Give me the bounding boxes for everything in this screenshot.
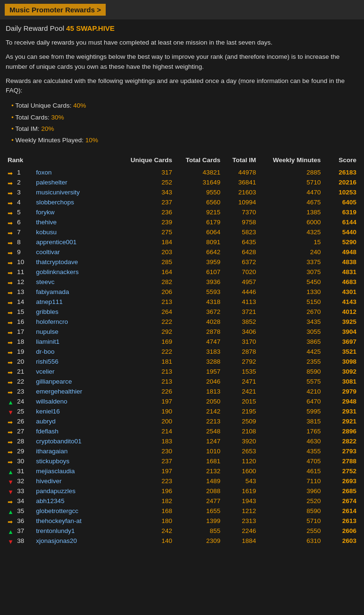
rank-cell: ➡ 23	[6, 386, 34, 396]
player-name[interactable]: aubryd	[34, 416, 117, 426]
weekly-minutes-value: 6000	[258, 217, 323, 227]
player-name[interactable]: thehockeyfan-at	[34, 516, 117, 526]
rank-cell: ▼ 32	[6, 476, 34, 486]
weekly-minutes-value: 6310	[258, 536, 323, 546]
player-name[interactable]: forykw	[34, 207, 117, 217]
header-total-im: Total IM	[222, 155, 258, 167]
player-name[interactable]: dr-boo	[34, 347, 117, 357]
table-row: ▲ 31 mejiasclaudia 197 2132 1600 4615 27…	[6, 466, 358, 476]
rank-number: 9	[17, 248, 21, 256]
total-cards-value: 2088	[174, 486, 222, 496]
player-name[interactable]: globetrottergcc	[34, 506, 117, 516]
player-name[interactable]: vcelier	[34, 367, 117, 376]
player-name[interactable]: holoferncro	[34, 317, 117, 327]
player-name[interactable]: rishi556	[34, 357, 117, 367]
player-name[interactable]: paleshelter	[34, 177, 117, 187]
player-name[interactable]: willsaldeno	[34, 396, 117, 406]
rank-number: 6	[17, 219, 21, 226]
player-name[interactable]: hivediver	[34, 476, 117, 486]
player-name[interactable]: abh12345	[34, 496, 117, 506]
player-name[interactable]: thehive	[34, 217, 117, 227]
player-name[interactable]: stickupboys	[34, 456, 117, 466]
rank-number: 19	[17, 348, 24, 355]
player-name[interactable]: kobusu	[34, 227, 117, 237]
player-name[interactable]: gillianpearce	[34, 376, 117, 386]
player-name[interactable]: cooltivar	[34, 247, 117, 257]
player-name[interactable]: liaminit1	[34, 337, 117, 347]
player-name[interactable]: fdeflash	[34, 426, 117, 436]
weekly-minutes-value: 3815	[258, 416, 323, 426]
score-value: 6405	[323, 197, 358, 207]
rank-arrow-icon: ➡	[8, 180, 15, 185]
player-name[interactable]: xjonasjonas20	[34, 536, 117, 546]
weekly-minutes-value: 5575	[258, 376, 323, 386]
total-im-value: 2878	[222, 347, 258, 357]
player-name[interactable]: trentonlundy1	[34, 526, 117, 536]
total-im-value: 3406	[222, 327, 258, 337]
player-name[interactable]: gribbles	[34, 307, 117, 317]
total-cards-value: 5593	[174, 287, 222, 297]
rank-number: 29	[17, 448, 24, 455]
total-cards-value: 4747	[174, 337, 222, 347]
rank-arrow-icon: ➡	[8, 339, 15, 345]
table-row: ➡ 2 paleshelter 252 31649 36841 5710 202…	[6, 177, 358, 187]
table-row: ▼ 25 keniel16 190 2142 2195 5995 2931	[6, 406, 358, 416]
total-im-value: 1212	[222, 506, 258, 516]
weekly-minutes-value: 4615	[258, 466, 323, 476]
player-name[interactable]: cryptobandito01	[34, 436, 117, 446]
header-score: Score	[323, 155, 358, 167]
player-name[interactable]: goblinknackers	[34, 267, 117, 277]
rank-cell: ➡ 5	[6, 207, 34, 217]
player-name[interactable]: apprentice001	[34, 237, 117, 247]
rank-arrow-icon: ➡	[8, 249, 15, 255]
rank-cell: ➡ 34	[6, 496, 34, 506]
score-value: 2613	[323, 516, 358, 526]
total-cards-value: 6179	[174, 217, 222, 227]
player-name[interactable]: slobberchops	[34, 197, 117, 207]
total-cards-value: 2050	[174, 396, 222, 406]
total-cards-value: 1655	[174, 506, 222, 516]
rank-arrow-icon: ▼	[8, 538, 15, 544]
player-name[interactable]: itharagaian	[34, 446, 117, 456]
breadcrumb-link[interactable]: Music Promoter Rewards >	[5, 4, 106, 16]
table-row: ➡ 30 stickupboys 237 1681 1120 4705 2788	[6, 456, 358, 466]
total-cards-value: 1681	[174, 456, 222, 466]
total-cards-value: 43821	[174, 167, 222, 177]
weighting-weekly-minutes: Weekly Minutes Played: 10%	[11, 135, 358, 146]
score-value: 2793	[323, 446, 358, 456]
player-name[interactable]: emergehealthier	[34, 386, 117, 396]
table-row: ▼ 32 hivediver 223 1489 543 7110 2693	[6, 476, 358, 486]
player-name[interactable]: foxon	[34, 167, 117, 177]
player-name[interactable]: fabiyamada	[34, 287, 117, 297]
total-im-value: 2471	[222, 376, 258, 386]
info-line3: Rewards are calculated with the followin…	[6, 76, 358, 96]
rank-cell: ➡ 28	[6, 436, 34, 446]
rank-number: 27	[17, 428, 24, 435]
rank-arrow-icon: ➡	[8, 259, 15, 265]
info-line1: To receive daily rewards you must have c…	[6, 38, 358, 47]
daily-reward-label: Daily Reward Pool	[6, 24, 64, 32]
rank-number: 20	[17, 358, 24, 365]
table-row: ▲ 24 willsaldeno 197 2050 2015 6470 2948	[6, 396, 358, 406]
player-name[interactable]: pandapuzzles	[34, 486, 117, 496]
unique-cards-value: 223	[117, 476, 174, 486]
total-im-value: 3721	[222, 307, 258, 317]
player-name[interactable]: thatcryptodave	[34, 257, 117, 267]
rank-number: 32	[17, 477, 24, 485]
player-name[interactable]: keniel16	[34, 406, 117, 416]
total-im-value: 2313	[222, 516, 258, 526]
table-row: ➡ 26 aubryd 200 2213 2509 3815 2921	[6, 416, 358, 426]
total-cards-value: 31649	[174, 177, 222, 187]
unique-cards-value: 275	[117, 227, 174, 237]
weighting-total-cards: Total Cards: 30%	[11, 112, 358, 123]
player-name[interactable]: mejiasclaudia	[34, 466, 117, 476]
rank-number: 30	[17, 458, 24, 465]
weekly-minutes-value: 3865	[258, 337, 323, 347]
player-name[interactable]: musicuniversity	[34, 187, 117, 197]
player-name[interactable]: nupulse	[34, 327, 117, 337]
breadcrumb-bar[interactable]: Music Promoter Rewards >	[0, 0, 364, 19]
rank-arrow-icon: ➡	[8, 319, 15, 325]
player-name[interactable]: atnep111	[34, 297, 117, 307]
rank-number: 38	[17, 537, 24, 544]
player-name[interactable]: steevc	[34, 277, 117, 287]
